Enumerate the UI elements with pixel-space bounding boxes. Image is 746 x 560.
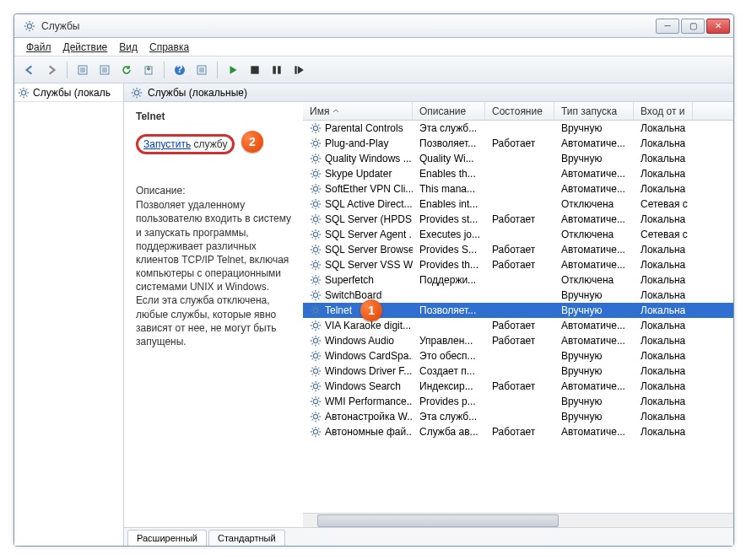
service-icon [310, 122, 322, 134]
service-icon [310, 350, 322, 362]
service-cell: Автоматиче... [554, 334, 634, 347]
show-hide-tree-button[interactable] [73, 60, 93, 80]
service-cell: Provides th... [413, 258, 485, 272]
service-row[interactable]: SQL Server (HPDS...Provides st...Работае… [303, 212, 733, 227]
service-name-cell: Skype Updater [303, 167, 413, 180]
service-cell: Создает п... [413, 364, 485, 378]
service-cell: Сетевая с [634, 197, 693, 211]
service-cell: Отключена [554, 197, 634, 211]
service-row[interactable]: Автонастройка W...Эта служб...ВручнуюЛок… [303, 409, 733, 424]
list-header: Службы (локальные) [124, 83, 733, 102]
service-row[interactable]: Telnet1Позволяет...ВручнуюЛокальна [303, 303, 733, 318]
list-header-title: Службы (локальные) [148, 87, 247, 99]
maximize-button[interactable]: ▢ [681, 19, 705, 34]
service-cell: Локальна [634, 395, 693, 408]
column-header-3[interactable]: Тип запуска [554, 102, 634, 120]
service-row[interactable]: SuperfetchПоддержи...ОтключенаЛокальна [303, 272, 733, 288]
service-name-cell: SQL Server (HPDS... [303, 213, 413, 226]
menu-help[interactable]: Справка [144, 40, 194, 55]
service-cell: Это обесп... [413, 349, 485, 363]
service-icon [310, 137, 322, 149]
service-cell [485, 203, 554, 205]
help-button[interactable] [170, 60, 190, 80]
service-cell: Вручную [554, 304, 634, 317]
service-cell: Сетевая с [634, 228, 693, 241]
restart-service-button[interactable] [289, 60, 309, 80]
service-cell: Локальна [634, 243, 693, 256]
show-hide-action-button[interactable] [192, 60, 212, 80]
service-icon [310, 213, 322, 225]
pause-service-button[interactable] [267, 60, 287, 80]
menu-action[interactable]: Действие [58, 40, 113, 55]
menu-view[interactable]: Вид [114, 40, 143, 55]
column-header-4[interactable]: Вход от и [634, 102, 693, 120]
service-row[interactable]: WMI Performance...Provides p...ВручнуюЛо… [303, 394, 733, 409]
service-cell: Локальна [634, 334, 693, 347]
service-row[interactable]: Skype UpdaterEnables th...Автоматиче...Л… [303, 166, 733, 181]
export-button[interactable] [138, 60, 159, 80]
service-row[interactable]: Windows SearchИндексир...РаботаетАвтомат… [303, 379, 733, 394]
menu-file[interactable]: Файл [21, 40, 57, 55]
service-cell: Executes jo... [413, 228, 485, 241]
service-icon [310, 198, 322, 210]
toolbar [14, 57, 733, 83]
service-cell: Автоматиче... [554, 380, 634, 393]
service-row[interactable]: Windows CardSpa...Это обесп...ВручнуюЛок… [303, 348, 733, 363]
forward-button[interactable] [41, 60, 62, 80]
service-name-cell: Parental Controls [303, 121, 413, 135]
tree-root[interactable]: Службы (локаль [14, 83, 123, 102]
service-row[interactable]: Windows AudioУправлен...РаботаетАвтомати… [303, 333, 733, 348]
service-cell: Локальна [634, 258, 693, 272]
column-header-2[interactable]: Состояние [485, 102, 554, 120]
column-header-1[interactable]: Описание [413, 102, 485, 120]
service-row[interactable]: SQL Server Agent ...Executes jo...Отключ… [303, 227, 733, 242]
detail-pane: Telnet Запустить службу 2 Описание: Позв… [124, 102, 303, 527]
service-icon [310, 168, 322, 180]
service-cell: Enables th... [413, 167, 485, 180]
service-name-cell: SQL Server Agent ... [303, 228, 413, 241]
service-row[interactable]: SQL Server VSS Wr...Provides th...Работа… [303, 257, 733, 272]
stop-service-button[interactable] [245, 60, 265, 80]
start-service-button[interactable] [223, 60, 243, 80]
service-rows[interactable]: Parental ControlsЭта служб...ВручнуюЛока… [303, 121, 733, 513]
horizontal-scrollbar[interactable] [303, 513, 733, 527]
back-button[interactable] [19, 60, 40, 80]
properties-button[interactable] [95, 60, 115, 80]
tab-extended[interactable]: Расширенный [127, 530, 207, 546]
service-row[interactable]: SoftEther VPN Cli...This mana...Автомати… [303, 181, 733, 197]
close-button[interactable]: ✕ [706, 19, 730, 34]
scrollbar-thumb[interactable] [317, 514, 559, 527]
service-row[interactable]: Parental ControlsЭта служб...ВручнуюЛока… [303, 121, 733, 136]
minimize-button[interactable]: ─ [656, 19, 679, 34]
service-cell: Локальна [634, 425, 693, 439]
service-cell: Работает [485, 319, 554, 332]
service-row[interactable]: Plug-and-PlayПозволяет...РаботаетАвтомат… [303, 136, 733, 151]
service-name-cell: Windows CardSpa... [303, 349, 413, 363]
service-icon [310, 411, 322, 423]
service-row[interactable]: SQL Active Direct...Enables int...Отключ… [303, 197, 733, 212]
service-cell: Локальна [634, 380, 693, 393]
service-cell: Локальна [634, 364, 693, 378]
service-row[interactable]: SQL Server BrowserProvides S...РаботаетА… [303, 242, 733, 257]
service-cell: Вручную [554, 152, 634, 165]
service-cell [485, 173, 554, 175]
service-cell: Автоматиче... [554, 182, 634, 196]
service-icon [310, 274, 322, 286]
service-row[interactable]: Автономные фай...Служба ав...РаботаетАвт… [303, 424, 733, 439]
service-cell: Позволяет... [413, 304, 485, 317]
tab-standard[interactable]: Стандартный [208, 530, 285, 546]
titlebar[interactable]: Службы ─ ▢ ✕ [14, 14, 733, 38]
service-cell [485, 294, 554, 296]
service-cell: Вручную [554, 364, 634, 378]
service-row[interactable]: Windows Driver F...Создает п...ВручнуюЛо… [303, 363, 733, 379]
service-cell: This mana... [413, 182, 485, 196]
start-service-link[interactable]: Запустить [143, 138, 191, 150]
service-cell [485, 279, 554, 281]
menubar: Файл Действие Вид Справка [14, 38, 733, 57]
service-cell: Quality Wi... [413, 152, 485, 165]
service-icon [310, 153, 322, 164]
service-cell: Provides st... [413, 213, 485, 226]
service-row[interactable]: Quality Windows ...Quality Wi...ВручнуюЛ… [303, 151, 733, 166]
refresh-button[interactable] [116, 60, 137, 80]
column-header-0[interactable]: Имя [303, 102, 413, 120]
